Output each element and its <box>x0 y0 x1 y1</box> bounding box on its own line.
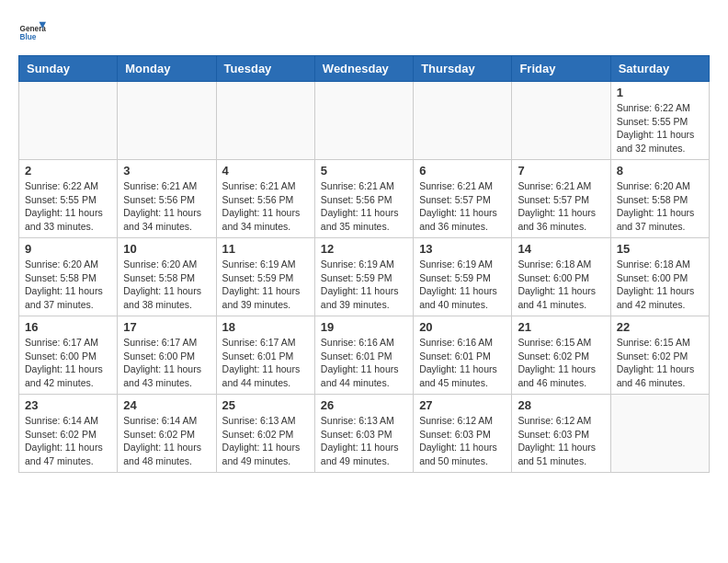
day-info: Sunrise: 6:20 AM Sunset: 5:58 PM Dayligh… <box>617 179 703 234</box>
calendar-cell: 27Sunrise: 6:12 AM Sunset: 6:03 PM Dayli… <box>414 395 512 473</box>
day-number: 21 <box>518 320 604 334</box>
calendar-cell: 17Sunrise: 6:17 AM Sunset: 6:00 PM Dayli… <box>118 316 216 395</box>
logo: General Blue <box>18 18 46 46</box>
week-row-3: 9Sunrise: 6:20 AM Sunset: 5:58 PM Daylig… <box>19 238 710 316</box>
calendar-cell: 15Sunrise: 6:18 AM Sunset: 6:00 PM Dayli… <box>610 238 709 316</box>
day-number: 9 <box>25 242 111 256</box>
day-number: 15 <box>617 242 703 256</box>
logo-icon: General Blue <box>18 18 46 46</box>
calendar-cell: 24Sunrise: 6:14 AM Sunset: 6:02 PM Dayli… <box>118 395 216 473</box>
calendar-cell: 10Sunrise: 6:20 AM Sunset: 5:58 PM Dayli… <box>118 238 216 316</box>
day-info: Sunrise: 6:17 AM Sunset: 6:00 PM Dayligh… <box>123 336 210 390</box>
calendar-header-row: SundayMondayTuesdayWednesdayThursdayFrid… <box>19 56 710 82</box>
calendar-cell: 4Sunrise: 6:21 AM Sunset: 5:56 PM Daylig… <box>216 160 314 238</box>
calendar-cell: 11Sunrise: 6:19 AM Sunset: 5:59 PM Dayli… <box>216 238 314 316</box>
calendar-cell: 26Sunrise: 6:13 AM Sunset: 6:03 PM Dayli… <box>314 395 413 473</box>
day-number: 5 <box>321 164 407 178</box>
week-row-5: 23Sunrise: 6:14 AM Sunset: 6:02 PM Dayli… <box>19 395 710 473</box>
day-info: Sunrise: 6:20 AM Sunset: 5:58 PM Dayligh… <box>25 258 111 312</box>
day-info: Sunrise: 6:12 AM Sunset: 6:03 PM Dayligh… <box>518 414 604 468</box>
day-number: 14 <box>518 242 604 256</box>
day-info: Sunrise: 6:16 AM Sunset: 6:01 PM Dayligh… <box>419 336 506 390</box>
day-info: Sunrise: 6:17 AM Sunset: 6:00 PM Dayligh… <box>25 336 111 390</box>
day-number: 11 <box>222 242 309 256</box>
calendar-cell <box>19 82 118 160</box>
day-info: Sunrise: 6:22 AM Sunset: 5:55 PM Dayligh… <box>617 101 703 155</box>
day-number: 22 <box>617 320 703 334</box>
calendar-cell: 28Sunrise: 6:12 AM Sunset: 6:03 PM Dayli… <box>512 395 610 473</box>
day-number: 4 <box>222 164 309 178</box>
day-number: 16 <box>25 320 111 334</box>
calendar-cell: 25Sunrise: 6:13 AM Sunset: 6:02 PM Dayli… <box>216 395 314 473</box>
day-number: 2 <box>25 164 111 178</box>
day-number: 7 <box>518 164 604 178</box>
day-info: Sunrise: 6:21 AM Sunset: 5:56 PM Dayligh… <box>123 179 210 234</box>
day-info: Sunrise: 6:21 AM Sunset: 5:56 PM Dayligh… <box>321 179 407 234</box>
day-info: Sunrise: 6:19 AM Sunset: 5:59 PM Dayligh… <box>321 258 407 312</box>
day-number: 13 <box>419 242 506 256</box>
day-header-thursday: Thursday <box>414 56 512 82</box>
calendar-cell: 14Sunrise: 6:18 AM Sunset: 6:00 PM Dayli… <box>512 238 610 316</box>
day-info: Sunrise: 6:13 AM Sunset: 6:02 PM Dayligh… <box>222 414 309 468</box>
day-number: 25 <box>222 398 309 412</box>
calendar-cell: 5Sunrise: 6:21 AM Sunset: 5:56 PM Daylig… <box>314 160 413 238</box>
calendar-cell <box>512 82 610 160</box>
day-info: Sunrise: 6:15 AM Sunset: 6:02 PM Dayligh… <box>617 336 703 390</box>
day-number: 6 <box>419 164 506 178</box>
day-header-monday: Monday <box>118 56 216 82</box>
day-header-friday: Friday <box>512 56 610 82</box>
day-info: Sunrise: 6:19 AM Sunset: 5:59 PM Dayligh… <box>419 258 506 312</box>
calendar-cell: 21Sunrise: 6:15 AM Sunset: 6:02 PM Dayli… <box>512 316 610 395</box>
day-info: Sunrise: 6:14 AM Sunset: 6:02 PM Dayligh… <box>123 414 210 468</box>
week-row-2: 2Sunrise: 6:22 AM Sunset: 5:55 PM Daylig… <box>19 160 710 238</box>
day-number: 24 <box>123 398 210 412</box>
day-number: 28 <box>518 398 604 412</box>
day-info: Sunrise: 6:21 AM Sunset: 5:57 PM Dayligh… <box>518 179 604 234</box>
day-number: 17 <box>123 320 210 334</box>
svg-text:Blue: Blue <box>20 33 37 41</box>
calendar-cell: 1Sunrise: 6:22 AM Sunset: 5:55 PM Daylig… <box>610 82 709 160</box>
day-info: Sunrise: 6:21 AM Sunset: 5:57 PM Dayligh… <box>419 179 506 234</box>
calendar-cell: 12Sunrise: 6:19 AM Sunset: 5:59 PM Dayli… <box>314 238 413 316</box>
page-header: General Blue <box>18 18 710 46</box>
calendar-table: SundayMondayTuesdayWednesdayThursdayFrid… <box>18 55 710 473</box>
day-info: Sunrise: 6:15 AM Sunset: 6:02 PM Dayligh… <box>518 336 604 390</box>
calendar-cell: 19Sunrise: 6:16 AM Sunset: 6:01 PM Dayli… <box>314 316 413 395</box>
calendar-cell: 7Sunrise: 6:21 AM Sunset: 5:57 PM Daylig… <box>512 160 610 238</box>
day-info: Sunrise: 6:19 AM Sunset: 5:59 PM Dayligh… <box>222 258 309 312</box>
calendar-cell: 8Sunrise: 6:20 AM Sunset: 5:58 PM Daylig… <box>610 160 709 238</box>
calendar-cell: 13Sunrise: 6:19 AM Sunset: 5:59 PM Dayli… <box>414 238 512 316</box>
day-info: Sunrise: 6:21 AM Sunset: 5:56 PM Dayligh… <box>222 179 309 234</box>
day-info: Sunrise: 6:14 AM Sunset: 6:02 PM Dayligh… <box>25 414 111 468</box>
day-info: Sunrise: 6:18 AM Sunset: 6:00 PM Dayligh… <box>617 258 703 312</box>
day-header-sunday: Sunday <box>19 56 118 82</box>
calendar-cell <box>414 82 512 160</box>
calendar-cell <box>216 82 314 160</box>
day-number: 20 <box>419 320 506 334</box>
calendar-cell: 22Sunrise: 6:15 AM Sunset: 6:02 PM Dayli… <box>610 316 709 395</box>
day-info: Sunrise: 6:20 AM Sunset: 5:58 PM Dayligh… <box>123 258 210 312</box>
calendar-cell: 3Sunrise: 6:21 AM Sunset: 5:56 PM Daylig… <box>118 160 216 238</box>
day-info: Sunrise: 6:13 AM Sunset: 6:03 PM Dayligh… <box>321 414 407 468</box>
calendar-cell: 16Sunrise: 6:17 AM Sunset: 6:00 PM Dayli… <box>19 316 118 395</box>
day-number: 27 <box>419 398 506 412</box>
day-number: 8 <box>617 164 703 178</box>
day-info: Sunrise: 6:12 AM Sunset: 6:03 PM Dayligh… <box>419 414 506 468</box>
day-number: 23 <box>25 398 111 412</box>
day-number: 18 <box>222 320 309 334</box>
calendar-cell: 2Sunrise: 6:22 AM Sunset: 5:55 PM Daylig… <box>19 160 118 238</box>
day-header-wednesday: Wednesday <box>314 56 413 82</box>
day-number: 12 <box>321 242 407 256</box>
day-info: Sunrise: 6:17 AM Sunset: 6:01 PM Dayligh… <box>222 336 309 390</box>
day-info: Sunrise: 6:18 AM Sunset: 6:00 PM Dayligh… <box>518 258 604 312</box>
day-number: 3 <box>123 164 210 178</box>
day-info: Sunrise: 6:22 AM Sunset: 5:55 PM Dayligh… <box>25 179 111 234</box>
week-row-4: 16Sunrise: 6:17 AM Sunset: 6:00 PM Dayli… <box>19 316 710 395</box>
day-number: 19 <box>321 320 407 334</box>
calendar-cell <box>314 82 413 160</box>
calendar-cell <box>118 82 216 160</box>
week-row-1: 1Sunrise: 6:22 AM Sunset: 5:55 PM Daylig… <box>19 82 710 160</box>
calendar-cell: 18Sunrise: 6:17 AM Sunset: 6:01 PM Dayli… <box>216 316 314 395</box>
calendar-cell: 20Sunrise: 6:16 AM Sunset: 6:01 PM Dayli… <box>414 316 512 395</box>
day-number: 10 <box>123 242 210 256</box>
